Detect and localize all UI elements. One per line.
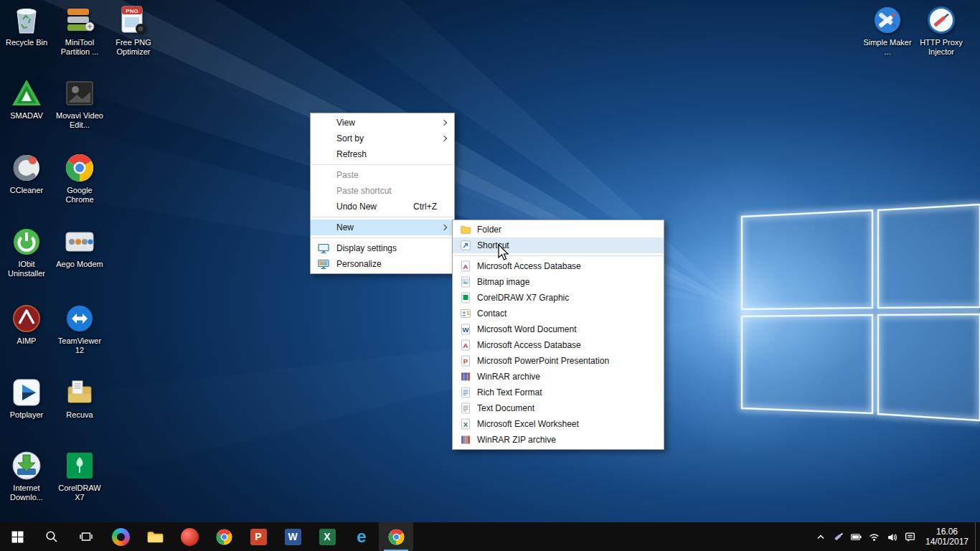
tray-proxy-app[interactable] — [829, 522, 847, 551]
tray-action-center[interactable] — [901, 522, 919, 551]
svg-text:A: A — [463, 342, 468, 349]
potplayer-icon — [11, 377, 42, 408]
submenu-item-access-database-2[interactable]: A Microsoft Access Database — [453, 337, 664, 353]
desktop-icon-label: HTTP Proxy Injector — [915, 38, 967, 57]
desktop-icon-aimp[interactable]: AIMP — [1, 303, 52, 346]
tray-network[interactable] — [865, 522, 883, 551]
menu-item-label: Personalize — [336, 259, 382, 269]
taskbar-app-edge[interactable]: e — [344, 522, 379, 551]
taskbar-app-chrome-active[interactable] — [379, 522, 413, 551]
bitmap-file-icon — [460, 276, 471, 288]
desktop-icon-google-chrome[interactable]: Google Chrome — [54, 152, 105, 204]
taskbar-app-powerpoint[interactable]: P — [241, 522, 275, 551]
submenu-item-word-document[interactable]: W Microsoft Word Document — [453, 321, 664, 337]
taskbar-app-colorful[interactable] — [103, 522, 138, 551]
desktop-icon-free-png-optimizer[interactable]: PNG Free PNG Optimizer — [108, 4, 159, 57]
taskbar-app-word[interactable]: W — [275, 522, 310, 551]
taskbar-app-excel[interactable]: X — [310, 522, 344, 551]
svg-text:W: W — [463, 326, 469, 334]
desktop-icon-ccleaner[interactable]: CCleaner — [1, 152, 52, 195]
powerpoint-file-icon: P — [460, 355, 471, 367]
desktop-icon-coreldraw-x7[interactable]: CorelDRAW X7 — [54, 450, 105, 502]
menu-item-label: View — [336, 118, 355, 128]
action-center-icon — [904, 531, 916, 543]
menu-item-personalize[interactable]: Personalize — [311, 256, 454, 272]
desktop-icon-recycle-bin[interactable]: Recycle Bin — [1, 4, 52, 47]
tray-battery[interactable] — [847, 522, 865, 551]
submenu-item-contact[interactable]: Contact — [453, 306, 664, 321]
hidden-icons-button[interactable] — [811, 522, 829, 551]
clock-time: 16.06 — [919, 527, 975, 537]
submenu-arrow-icon — [441, 136, 447, 141]
taskbar-app-file-explorer[interactable] — [138, 522, 172, 551]
submenu-arrow-icon — [441, 120, 447, 126]
desktop-icon-iobit-uninstaller[interactable]: IObit Uninstaller — [1, 226, 52, 278]
coreldraw-icon — [64, 450, 95, 481]
menu-item-label: CorelDRAW X7 Graphic — [477, 293, 569, 303]
winrar-zip-file-icon — [460, 434, 471, 446]
menu-item-view[interactable]: View — [311, 115, 454, 131]
show-desktop-button[interactable] — [975, 522, 980, 551]
desktop-icon-recuva[interactable]: Recuva — [54, 377, 105, 420]
desktop-icon-minitool-partition[interactable]: MiniTool Partition ... — [54, 4, 105, 57]
menu-item-label: Microsoft Word Document — [477, 324, 577, 334]
menu-item-undo-new[interactable]: Undo New Ctrl+Z — [311, 199, 454, 215]
chrome-icon — [387, 528, 405, 546]
desktop-icon-potplayer[interactable]: Potplayer — [1, 377, 52, 420]
menu-item-label: Microsoft Access Database — [477, 261, 581, 271]
tray-volume[interactable] — [883, 522, 901, 551]
menu-separator — [454, 255, 662, 256]
submenu-item-rich-text-format[interactable]: Rich Text Format — [453, 385, 664, 400]
desktop-icon-simple-maker[interactable]: Simple Maker ... — [862, 4, 913, 57]
desktop-icon-aego-modem[interactable]: Aego Modem — [54, 226, 105, 269]
submenu-item-shortcut[interactable]: Shortcut — [453, 237, 664, 253]
winrar-file-icon — [460, 371, 471, 382]
menu-item-sort-by[interactable]: Sort by — [311, 131, 454, 146]
submenu-item-folder[interactable]: Folder — [453, 222, 664, 237]
task-view-icon — [80, 530, 93, 543]
desktop-icon-http-proxy-injector[interactable]: HTTP Proxy Injector — [915, 4, 967, 57]
chrome-icon — [215, 528, 233, 546]
submenu-item-winrar-archive[interactable]: WinRAR archive — [453, 369, 664, 385]
menu-item-label: Microsoft Access Database — [477, 340, 581, 350]
start-button[interactable] — [0, 522, 34, 551]
menu-item-refresh[interactable]: Refresh — [311, 146, 454, 162]
access-file-icon: A — [460, 339, 471, 351]
submenu-item-powerpoint-presentation[interactable]: P Microsoft PowerPoint Presentation — [453, 353, 664, 369]
menu-separator — [312, 217, 453, 217]
desktop-icon-label: CCleaner — [1, 186, 52, 195]
svg-text:PNG: PNG — [126, 8, 138, 14]
menu-item-label: Refresh — [336, 149, 367, 159]
taskbar-app-recorder[interactable] — [172, 522, 207, 551]
taskbar-clock[interactable]: 16.06 14/01/2017 — [919, 522, 975, 551]
desktop-icon-movavi[interactable]: Movavi Video Edit... — [54, 77, 105, 130]
windows-logo-icon — [11, 531, 24, 543]
menu-item-label: Sort by — [336, 133, 364, 143]
taskbar-app-chrome[interactable] — [207, 522, 241, 551]
menu-item-display-settings[interactable]: Display settings — [311, 240, 454, 256]
desktop-icon-label: IObit Uninstaller — [1, 260, 52, 278]
desktop-icon-label: Recycle Bin — [1, 38, 52, 47]
submenu-item-text-document[interactable]: Text Document — [453, 400, 664, 416]
desktop-icon-label: AIMP — [1, 336, 52, 346]
submenu-item-coreldraw-graphic[interactable]: CorelDRAW X7 Graphic — [453, 290, 664, 306]
menu-item-label: Bitmap image — [477, 277, 529, 287]
submenu-item-access-database[interactable]: A Microsoft Access Database — [453, 258, 664, 274]
menu-item-label: Display settings — [336, 243, 397, 253]
menu-item-new[interactable]: New — [311, 220, 454, 235]
search-button[interactable] — [34, 522, 69, 551]
menu-separator — [312, 237, 453, 238]
mouse-cursor — [498, 244, 510, 264]
submenu-item-winrar-zip-archive[interactable]: WinRAR ZIP archive — [453, 432, 664, 448]
wifi-icon — [868, 531, 880, 543]
record-app-icon — [181, 528, 199, 546]
submenu-item-excel-worksheet[interactable]: X Microsoft Excel Worksheet — [453, 416, 664, 432]
desktop-icon-teamviewer[interactable]: TeamViewer 12 — [54, 303, 105, 355]
desktop-icon-smadav[interactable]: SMADAV — [1, 77, 52, 121]
desktop-icon-internet-download-manager[interactable]: Internet Downlo... — [1, 450, 52, 502]
submenu-item-bitmap-image[interactable]: Bitmap image — [453, 274, 664, 290]
access-file-icon: A — [460, 260, 471, 272]
task-view-button[interactable] — [69, 522, 103, 551]
personalize-icon — [318, 258, 329, 270]
word-file-icon: W — [460, 324, 471, 335]
